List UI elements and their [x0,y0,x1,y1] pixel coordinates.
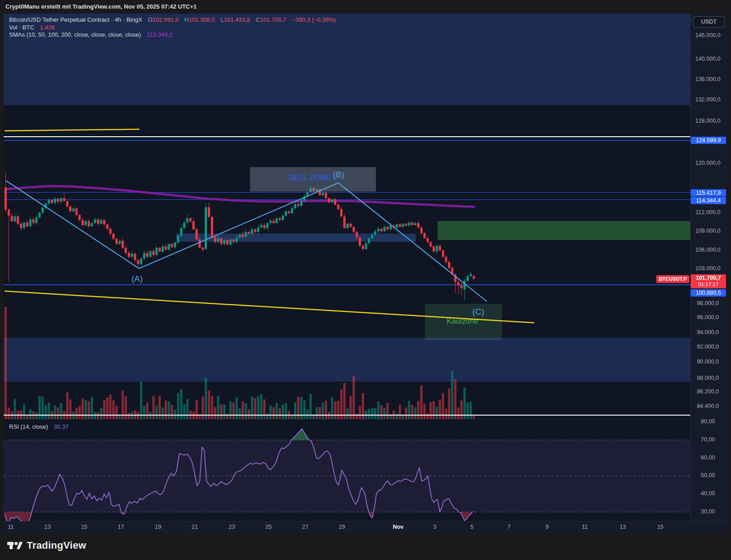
top-navy-zone[interactable] [4,14,690,105]
time-tick: Nov [393,524,404,530]
legend-volume-row[interactable]: Vol · BTC 1,42K [9,24,55,31]
volume-value: 1,42K [40,24,55,31]
level-price-label: 115.417,9 [691,189,726,196]
price-tick: 40,00 [691,490,725,497]
rsi-value: 30,37 [54,423,69,430]
price-tick: 145.000,0 [691,32,725,38]
ohlc-l-value: 101.433,8 [224,16,250,23]
time-tick: 21 [192,524,198,530]
time-tick: 7 [508,524,511,530]
tradingview-screenshot: Crypt0Manu erstellt mit TradingView.com,… [0,0,731,560]
price-tick: 80,00 [691,418,725,425]
time-tick: 17 [118,524,124,530]
legend-rsi-row[interactable]: RSI (14, close) 30,37 [9,423,68,430]
price-tick: 90.000,0 [691,359,725,365]
price-tick: 112.000,0 [691,209,725,215]
tradingview-logo-text: TradingView [27,540,86,551]
wave-label-c[interactable]: (C) [472,307,484,317]
price-tick: 140.000,0 [691,56,725,62]
price-tick: 94.000,0 [691,329,725,335]
price-tick: 103.000,0 [691,265,725,272]
price-tick: 60,00 [691,455,725,461]
level-price-label: 100.880,5 [691,289,726,297]
rsi-label: RSI (14, close) [9,423,48,430]
time-tick: 15 [81,524,87,530]
price-tick: 30,00 [691,508,725,515]
time-tick: 15 [657,524,664,530]
price-tick: 96.000,0 [691,314,725,321]
legend-title: Bitcoin/USD Tether Perpetual Contract · … [9,16,142,23]
time-tick: 5 [471,524,474,530]
ohlc-c-label: C [256,16,260,23]
ohlc-change: −390,3 (−0,38%) [292,16,336,23]
time-tick: 23 [229,524,235,530]
ohlc-o-label: O [148,16,152,23]
level-price-label: 124.599,9 [691,137,726,144]
chart-canvas[interactable] [0,0,731,560]
time-tick: 25 [265,524,272,530]
currency-unit-button[interactable]: USDT [693,16,725,28]
time-tick: 27 [302,524,308,530]
sma-line[interactable] [6,186,474,207]
tradingview-logo-icon [7,540,23,551]
time-tick: 11 [8,524,14,530]
attribution-text: Crypt0Manu erstellt mit TradingView.com,… [5,3,197,10]
symbol-price-marker: BTCUSDT.P [656,275,689,283]
time-tick: 19 [155,524,161,530]
ohlc-o-value: 102.091,0 [153,16,179,23]
time-tick: 3 [433,524,437,530]
time-tick: 9 [546,524,549,530]
price-tick: 120.000,0 [691,160,725,166]
sma-label: SMAs (10, 50, 100, 200, close, close, cl… [9,31,141,38]
sell-zone-label[interactable]: SELL ZONE 1 [250,173,376,182]
price-tick: 92.000,0 [691,344,725,350]
price-tick: 50,00 [691,472,725,479]
price-tick: 106.000,0 [691,247,725,253]
legend-sma-row[interactable]: SMAs (10, 50, 100, 200, close, close, cl… [9,31,173,38]
kaufzone-label[interactable]: Kaufzone [433,317,492,325]
wave-label-a[interactable]: (A) [131,274,143,284]
time-tick: 11 [582,524,588,530]
price-tick: 70,00 [691,436,725,443]
green-supply-box[interactable] [438,221,690,240]
price-tick: 109.000,0 [691,228,725,234]
level-price-label: 114.344,4 [691,197,726,204]
price-tick: 86.200,0 [691,388,725,395]
price-tick: 98.000,0 [691,300,725,306]
rsi-band [4,440,690,512]
price-tick: 132.000,0 [691,96,725,103]
ohlc-h-value: 102.308,0 [188,16,215,23]
price-tick: 84.400,0 [691,403,725,409]
volume-label: Vol · BTC [9,24,34,31]
time-axis[interactable]: 11131517192123252729Nov3579111315 [4,521,726,533]
price-axis[interactable]: 145.000,0140.000,0136.000,0132.000,0128.… [690,14,727,521]
tradingview-logo[interactable]: TradingView [7,540,86,551]
sma-value: 113.049,2 [147,31,173,38]
time-tick: 13 [620,524,626,530]
bottom-navy-zone[interactable] [4,338,690,382]
yellow-trendline-top[interactable] [5,129,139,131]
price-tick: 88.000,0 [691,375,725,381]
last-price-label: 101.700,701:17:17 [691,274,726,288]
price-tick: 128.000,0 [691,118,725,124]
time-tick: 29 [339,524,345,530]
price-tick: 136.000,0 [691,76,725,82]
time-tick: 13 [44,524,51,530]
ohlc-c-value: 101.700,7 [260,16,286,23]
legend-symbol-row[interactable]: Bitcoin/USD Tether Perpetual Contract · … [9,16,336,23]
